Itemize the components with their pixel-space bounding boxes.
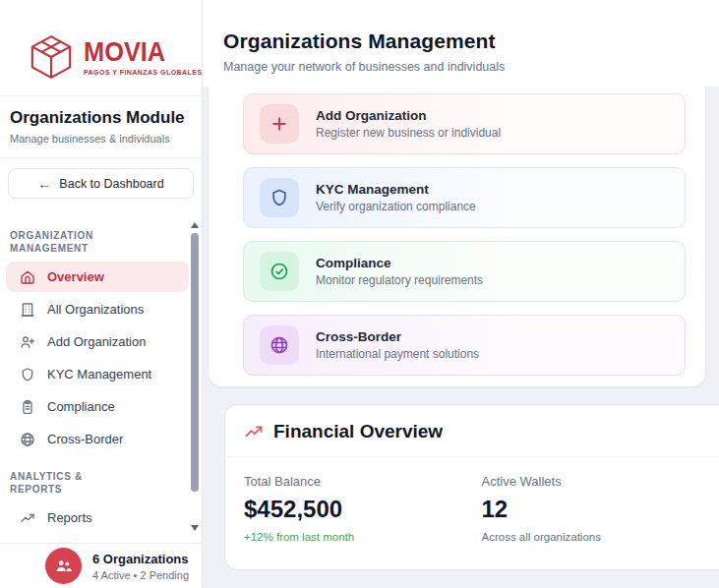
back-to-dashboard-button[interactable]: ← Back to Dashboard — [8, 168, 194, 199]
sidebar-item-label: Add Organization — [47, 334, 146, 349]
active-wallets-value: 12 — [482, 496, 719, 523]
scrollbar-thumb[interactable] — [191, 233, 199, 492]
trending-up-icon — [244, 422, 264, 441]
sidebar-item-label: Reports — [47, 510, 92, 525]
plus-icon — [260, 104, 299, 144]
sidebar-item-label: KYC Management — [47, 367, 151, 382]
organizations-avatar — [45, 548, 82, 584]
sidebar-nav: ORGANIZATION MANAGEMENT Overview All Org… — [0, 220, 203, 543]
page-subtitle: Manage your network of businesses and in… — [223, 60, 719, 74]
shield-icon — [260, 178, 299, 217]
compliance-card[interactable]: Compliance Monitor regulatory requiremen… — [243, 241, 686, 302]
trending-up-icon — [20, 510, 35, 526]
card-subtitle: Verify organization compliance — [316, 200, 476, 213]
user-plus-icon — [20, 334, 35, 350]
module-title: Organizations Module — [10, 108, 192, 128]
sidebar-item-compliance[interactable]: Compliance — [6, 391, 189, 422]
card-subtitle: International payment solutions — [316, 347, 479, 361]
card-subtitle: Register new business or individual — [316, 126, 501, 140]
shield-icon — [20, 367, 35, 382]
brand-logo: MOVIA PAGOS Y FINANZAS GLOBALES — [0, 0, 202, 82]
active-wallets-stat: Active Wallets 12 Across all organizatio… — [482, 474, 719, 543]
brand-tagline: PAGOS Y FINANZAS GLOBALES — [84, 69, 203, 76]
balance-change-note: +12% from last month — [244, 531, 482, 543]
sidebar-item-kyc-management[interactable]: KYC Management — [6, 359, 189, 389]
kyc-management-card[interactable]: KYC Management Verify organization compl… — [243, 167, 686, 228]
building-icon — [20, 302, 35, 318]
financial-overview-card: Financial Overview Total Balance $452,50… — [224, 404, 719, 570]
sidebar-item-add-organization[interactable]: Add Organization — [6, 326, 189, 357]
page-header: Organizations Management Manage your net… — [203, 0, 719, 87]
scroll-up-arrow-icon[interactable] — [191, 222, 199, 228]
sidebar-item-label: Cross-Border — [47, 432, 123, 446]
sidebar-item-label: Overview — [47, 269, 104, 284]
total-balance-stat: Total Balance $452,500 +12% from last mo… — [244, 474, 482, 543]
sidebar-item-label: All Organizations — [47, 302, 144, 317]
total-balance-value: $452,500 — [244, 496, 482, 523]
check-circle-icon — [260, 252, 299, 291]
cross-border-card[interactable]: Cross-Border International payment solut… — [243, 315, 686, 376]
stat-label: Total Balance — [244, 474, 482, 489]
financial-overview-title: Financial Overview — [273, 421, 443, 442]
sidebar-item-all-organizations[interactable]: All Organizations — [6, 294, 189, 324]
sidebar-item-overview[interactable]: Overview — [6, 262, 189, 292]
globe-icon — [20, 432, 35, 447]
card-title: Compliance — [316, 256, 483, 270]
sidebar-scrollbar[interactable] — [190, 222, 200, 539]
card-title: Add Organization — [316, 108, 501, 123]
cube-logo-icon — [27, 32, 76, 82]
people-icon — [54, 557, 73, 575]
card-subtitle: Monitor regulatory requirements — [316, 273, 483, 287]
module-subtitle: Manage businesses & individuals — [10, 133, 192, 145]
sidebar: MOVIA PAGOS Y FINANZAS GLOBALES Organiza… — [0, 0, 203, 588]
sidebar-item-label: Compliance — [47, 399, 115, 414]
wallets-note: Across all organizations — [482, 531, 719, 543]
globe-icon — [260, 325, 299, 365]
sidebar-item-activity-log[interactable]: Activity Log — [6, 535, 189, 543]
back-button-label: Back to Dashboard — [59, 177, 163, 191]
quick-actions-panel: Add Organization Register new business o… — [209, 87, 705, 386]
sidebar-item-cross-border[interactable]: Cross-Border — [6, 424, 189, 454]
stat-label: Active Wallets — [482, 474, 719, 489]
nav-section-organization-management: ORGANIZATION MANAGEMENT — [10, 230, 138, 255]
page-title: Organizations Management — [223, 29, 719, 53]
card-title: Cross-Border — [316, 329, 479, 344]
home-icon — [20, 269, 35, 285]
sidebar-footer: 6 Organizations 4 Active • 2 Pending — [0, 543, 202, 588]
card-title: KYC Management — [316, 182, 476, 197]
clipboard-icon — [20, 399, 35, 415]
brand-name: MOVIA — [84, 39, 195, 66]
scroll-down-arrow-icon[interactable] — [191, 525, 199, 531]
add-organization-card[interactable]: Add Organization Register new business o… — [243, 93, 686, 154]
nav-section-analytics-reports: ANALYTICS & REPORTS — [10, 471, 138, 496]
sidebar-item-reports[interactable]: Reports — [6, 502, 189, 533]
arrow-left-icon: ← — [37, 177, 51, 191]
organizations-count: 6 Organizations — [92, 552, 189, 566]
organizations-status: 4 Active • 2 Pending — [92, 569, 189, 581]
